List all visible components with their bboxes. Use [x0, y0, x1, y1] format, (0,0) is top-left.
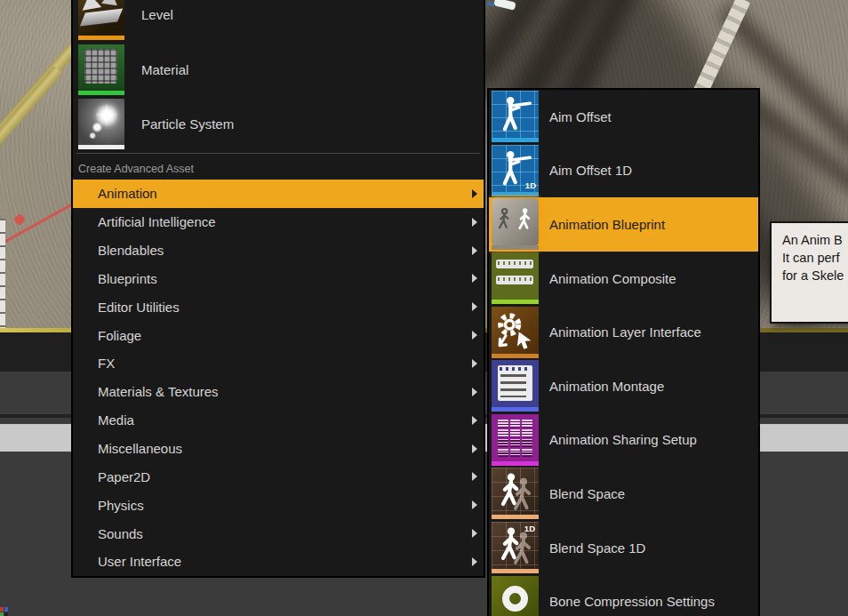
submenu-item-animation-sharing-setup[interactable]: Animation Sharing Setup: [489, 413, 758, 468]
submenu-item-animation-blueprint[interactable]: Animation Blueprint: [489, 197, 758, 252]
submenu-arrow-icon: [472, 359, 477, 368]
menu-item-foliage[interactable]: Foliage: [73, 321, 484, 349]
menu-item-fx[interactable]: FX: [73, 349, 484, 378]
animation-sharing-setup-icon: [492, 414, 539, 466]
submenu-item-blend-space-1d[interactable]: 1D Blend Space 1D: [489, 521, 758, 575]
menu-item-label: FX: [98, 356, 472, 371]
submenu-arrow-icon: [472, 189, 477, 198]
menu-item-paper2d[interactable]: Paper2D: [73, 462, 484, 491]
submenu-item-label: Animation Montage: [549, 379, 664, 394]
menu-item-miscellaneous[interactable]: Miscellaneous: [73, 435, 484, 463]
submenu-arrow-icon: [472, 557, 477, 566]
menu-item-physics[interactable]: Physics: [73, 491, 484, 519]
menu-item-media[interactable]: Media: [73, 406, 484, 435]
menu-item-label: Blendables: [98, 243, 472, 258]
submenu-arrow-icon: [472, 529, 477, 538]
submenu-item-label: Bone Compression Settings: [549, 594, 715, 609]
submenu-item-label: Blend Space: [549, 486, 625, 501]
1d-badge: 1D: [524, 524, 535, 533]
animation-layer-interface-icon: [492, 307, 539, 358]
blend-space-1d-icon: 1D: [492, 522, 539, 573]
menu-item-label: Media: [98, 412, 472, 428]
menu-item-material[interactable]: Material: [78, 43, 480, 96]
menu-item-label: Sounds: [98, 526, 472, 541]
menu-item-label: Animation: [98, 186, 472, 201]
editor-screen: Level Material Particle System Create Ad…: [0, 0, 848, 616]
submenu-item-blend-space[interactable]: Blend Space: [489, 467, 758, 521]
tooltip-line: for a Skele: [782, 267, 848, 284]
animation-composite-icon: [492, 252, 539, 304]
submenu-item-label: Animation Composite: [549, 271, 676, 286]
particle-system-icon: [78, 99, 124, 149]
spline-point: [13, 213, 26, 226]
menu-item-label: Editor Utilities: [98, 300, 472, 315]
submenu-item-label: Aim Offset 1D: [549, 163, 632, 178]
menu-item-materials-textures[interactable]: Materials & Textures: [73, 378, 484, 406]
menu-item-label: Miscellaneous: [98, 441, 472, 456]
blend-space-icon: [492, 468, 539, 519]
submenu-arrow-icon: [472, 302, 477, 311]
advanced-asset-list: Animation Artificial Intelligence Blenda…: [73, 180, 484, 576]
submenu-item-label: Animation Blueprint: [549, 217, 665, 232]
1d-badge: 1D: [525, 180, 536, 190]
gizmo-fragment: [487, 2, 494, 6]
material-icon: [78, 44, 124, 95]
submenu-item-aim-offset[interactable]: Aim Offset: [489, 90, 758, 144]
menu-item-user-interface[interactable]: User Interface: [73, 548, 484, 576]
submenu-arrow-icon: [472, 246, 477, 255]
submenu-item-label: Animation Layer Interface: [549, 324, 701, 340]
tooltip-line: It can perf: [782, 249, 848, 267]
submenu-item-animation-layer-interface[interactable]: Animation Layer Interface: [489, 305, 758, 359]
menu-item-label: Material: [141, 62, 188, 77]
bone-compression-settings-icon: [492, 576, 539, 616]
tooltip-line: An Anim B: [782, 231, 848, 249]
submenu-item-label: Blend Space 1D: [549, 540, 645, 556]
menu-item-label: Physics: [98, 498, 472, 513]
animation-submenu: Aim Offset 1D Aim Offset 1D Animation Bl…: [487, 88, 760, 616]
level-icon: [78, 0, 124, 40]
submenu-item-aim-offset-1d[interactable]: 1D Aim Offset 1D: [489, 144, 758, 198]
menu-item-blueprints[interactable]: Blueprints: [73, 265, 484, 293]
menu-separator: [76, 153, 480, 154]
clipped-panel-edge: [0, 219, 5, 332]
menu-item-artificial-intelligence[interactable]: Artificial Intelligence: [73, 208, 484, 236]
submenu-arrow-icon: [472, 274, 477, 283]
menu-item-label: Materials & Textures: [98, 384, 472, 399]
menu-item-label: Foliage: [98, 328, 472, 343]
menu-item-label: Level: [141, 7, 173, 22]
menu-item-label: Particle System: [141, 116, 234, 132]
aim-offset-icon: [492, 91, 539, 142]
menu-item-label: Blueprints: [98, 271, 472, 286]
submenu-arrow-icon: [472, 444, 477, 453]
animation-blueprint-tooltip: An Anim B It can perf for a Skele: [770, 221, 848, 324]
submenu-arrow-icon: [472, 218, 477, 227]
menu-item-animation[interactable]: Animation: [73, 180, 484, 208]
submenu-arrow-icon: [472, 388, 477, 396]
section-header: Create Advanced Asset: [78, 163, 194, 175]
clipped-color-icon: [0, 607, 8, 616]
submenu-arrow-icon: [472, 331, 477, 340]
animation-montage-icon: [492, 360, 539, 412]
menu-item-editor-utilities[interactable]: Editor Utilities: [73, 292, 484, 321]
menu-item-label: User Interface: [98, 554, 472, 569]
submenu-arrow-icon: [472, 500, 477, 509]
menu-item-sounds[interactable]: Sounds: [73, 519, 484, 548]
create-asset-context-menu: Level Material Particle System Create Ad…: [71, 0, 485, 578]
submenu-item-label: Animation Sharing Setup: [549, 432, 697, 447]
menu-item-label: Artificial Intelligence: [98, 214, 472, 229]
animation-blueprint-icon: [492, 198, 539, 250]
aim-offset-1d-icon: 1D: [492, 145, 539, 196]
submenu-item-label: Aim Offset: [549, 109, 612, 124]
menu-item-blendables[interactable]: Blendables: [73, 236, 484, 265]
menu-item-particle-system[interactable]: Particle System: [78, 97, 480, 150]
submenu-item-bone-compression-settings[interactable]: Bone Compression Settings: [489, 574, 758, 616]
submenu-arrow-icon: [472, 416, 477, 425]
submenu-item-animation-composite[interactable]: Animation Composite: [489, 252, 758, 306]
submenu-arrow-icon: [472, 472, 477, 481]
submenu-item-animation-montage[interactable]: Animation Montage: [489, 359, 758, 413]
menu-item-level[interactable]: Level: [78, 0, 480, 41]
menu-item-label: Paper2D: [98, 469, 472, 484]
road-yellow-line: [0, 66, 63, 184]
